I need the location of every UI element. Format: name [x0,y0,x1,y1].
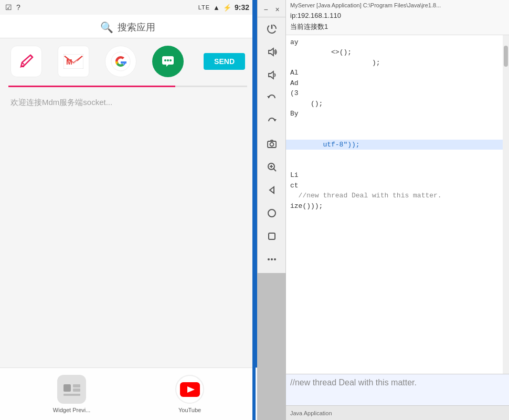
output-panel: //new thread Deal with this matter. [286,374,509,405]
svg-point-33 [274,258,276,260]
svg-rect-12 [73,388,80,392]
widget-preview-label: Widget Previ... [53,407,91,413]
svg-rect-10 [63,384,71,392]
output-comment: //new thread Deal with this matter. [290,376,505,389]
code-editor[interactable]: ay <>(); ); Al Ad (3 (); By utf-8")); Li… [286,35,509,374]
ide-status-text: Java Application [290,410,332,416]
svg-marker-20 [267,96,270,98]
search-label: 搜索应用 [118,21,155,34]
highlight-code: utf-8")); [286,140,509,150]
svg-point-29 [268,209,275,217]
scrollbar-thumb [504,46,508,67]
question-icon: ? [16,3,20,12]
svg-rect-13 [63,394,80,396]
dock-item-youtube[interactable]: YouTube [175,375,204,413]
youtube-label: YouTube [178,407,201,413]
back-button[interactable] [260,178,284,202]
svg-marker-18 [269,48,273,56]
code-line-7: (); [290,99,505,109]
code-line-9: Li [290,170,505,181]
code-line-3: ); [290,58,505,68]
svg-point-31 [268,258,270,260]
google-app-icon[interactable] [105,46,136,77]
notification-icon: ☑ [5,3,12,12]
svg-point-32 [271,258,273,260]
app-icons-row: M SEND [0,38,256,81]
svg-marker-28 [270,187,274,193]
svg-rect-4 [121,61,126,64]
ide-panel: MyServer [Java Application] C:\Program F… [286,0,509,420]
connections-label: 当前连接数 [290,23,324,30]
emulator-toolbar: − × [257,0,286,273]
svg-text:M: M [66,58,72,66]
ide-title: MyServer [Java Application] C:\Program F… [290,2,505,8]
send-button[interactable]: SEND [204,53,245,70]
svg-marker-19 [269,71,273,79]
ip-value: 192.168.1.110 [298,12,341,19]
zoom-button[interactable] [260,155,284,178]
close-button[interactable]: × [272,4,283,15]
home-button[interactable] [260,202,284,225]
server-ip-line: ip:192.168.1.110 [290,10,505,22]
svg-point-6 [164,59,166,61]
welcome-message: 欢迎连接Mdm服务端socket... [0,89,256,116]
status-bar-left: ☑ ? [5,3,20,12]
volume-up-button[interactable] [260,40,284,64]
youtube-icon [175,375,204,404]
more-button[interactable] [260,248,284,271]
ide-status-bar: Java Application [286,405,509,420]
code-line-highlight: utf-8")); [290,119,505,171]
gmail-app-icon[interactable]: M [58,46,89,77]
volume-down-button[interactable] [260,64,284,87]
svg-rect-11 [73,384,80,387]
network-indicator: LTE [198,4,210,10]
code-line-1: ay [290,37,505,48]
code-line-6: (3 [290,88,505,99]
minimize-button[interactable]: − [261,4,271,15]
svg-point-7 [167,59,169,61]
dock-item-widget-preview[interactable]: Widget Previ... [53,375,91,413]
code-line-11: ize())); [290,201,505,212]
code-comment-line: //new thread Deal with this matter. [290,191,505,201]
svg-rect-30 [269,233,275,239]
rotate-cw-button[interactable] [260,110,284,133]
code-line-4: Al [290,68,505,78]
android-panel: ☑ ? LTE ▲ ⚡ 9:32 🔍 搜索应用 [0,0,257,420]
widget-preview-icon [57,375,86,404]
battery-icon: ⚡ [223,4,231,12]
connections-value: 1 [324,23,328,30]
ip-label: ip: [290,12,298,19]
pen-app-icon[interactable] [10,46,42,77]
recent-button[interactable] [260,225,284,248]
scrollbar[interactable] [503,35,509,374]
code-line-2: <>(); [290,47,505,58]
code-line-5: Ad [290,78,505,89]
code-line-8: By [290,109,505,119]
window-controls: − × [258,2,285,17]
svg-line-25 [273,169,276,172]
status-bar: ☑ ? LTE ▲ ⚡ 9:32 [0,0,256,15]
connection-count-line: 当前连接数1 [290,22,505,33]
search-area[interactable]: 🔍 搜索应用 [0,15,256,38]
screenshot-button[interactable] [260,133,284,156]
signal-icon: ▲ [213,4,220,12]
svg-point-23 [270,143,273,146]
search-input-underline [8,86,247,87]
time-display: 9:32 [235,3,249,12]
search-icon: 🔍 [100,21,113,34]
rotate-ccw-button[interactable] [260,87,284,110]
android-scroll-bar [252,0,256,420]
svg-point-8 [169,59,172,61]
bottom-dock: Widget Previ... YouTube [0,368,257,420]
power-button[interactable] [260,17,284,40]
code-line-10: ct [290,181,505,191]
ide-header: MyServer [Java Application] C:\Program F… [286,0,509,35]
hangouts-app-icon[interactable] [152,46,184,77]
svg-marker-21 [273,119,277,121]
